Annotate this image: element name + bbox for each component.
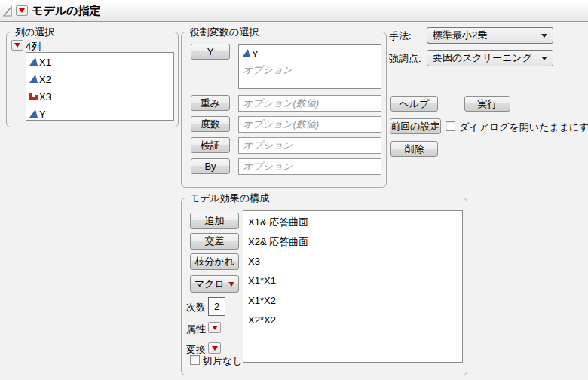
fit-model-dialog: { "window": { "title": "モデルの指定" }, "colu… — [0, 0, 588, 380]
red-triangle-icon — [14, 43, 20, 48]
keep-dialog-open-label: ダイアログを開いたままにする — [459, 121, 588, 134]
effect-item[interactable]: X1& 応答曲面 — [243, 213, 462, 232]
freq-role-field[interactable]: オプション(数値) — [238, 116, 381, 133]
y-role-placeholder: オプション — [239, 62, 381, 78]
chevron-down-icon — [541, 57, 547, 60]
column-name: X3 — [39, 91, 51, 103]
red-triangle-menu-button[interactable] — [16, 5, 28, 16]
assigned-column-name: Y — [252, 48, 259, 60]
continuous-column-icon — [29, 57, 38, 69]
effect-item[interactable]: X1*X1 — [243, 271, 462, 291]
continuous-column-icon — [29, 109, 38, 121]
y-role-button[interactable]: Y — [191, 44, 230, 60]
keep-dialog-open-checkbox[interactable] — [446, 121, 455, 131]
validation-role-field[interactable]: オプション — [238, 137, 381, 154]
role-variables-group: 役割変数の選択 Y Y オプション 重み オプション(数値) 度数 オプション(… — [181, 32, 387, 188]
nominal-column-icon — [29, 91, 38, 103]
freq-role-button[interactable]: 度数 — [191, 116, 230, 132]
columns-red-triangle-button[interactable] — [11, 40, 23, 51]
column-name: Y — [39, 109, 46, 120]
nest-effect-button[interactable]: 枝分かれ — [190, 253, 239, 270]
list-item[interactable]: X3 — [26, 88, 173, 106]
list-item[interactable]: Y — [26, 106, 173, 121]
recall-button[interactable]: 前回の設定 — [390, 118, 441, 134]
disclosure-triangle-icon[interactable] — [2, 2, 14, 20]
help-button[interactable]: ヘルプ — [390, 96, 438, 112]
no-intercept-label: 切片なし — [203, 354, 243, 368]
emphasis-value: 要因のスクリーニング — [433, 51, 532, 65]
continuous-column-icon — [29, 74, 38, 86]
emphasis-dropdown[interactable]: 要因のスクリーニング — [427, 50, 553, 66]
column-selection-group: 列の選択 4列 X1 X2 X3 Y — [6, 32, 179, 127]
degree-label: 次数 — [186, 301, 206, 314]
macros-dropdown-button[interactable]: マクロ — [190, 275, 239, 293]
red-triangle-icon — [212, 326, 218, 330]
effect-item[interactable]: X2*X2 — [243, 311, 462, 330]
column-name: X1 — [39, 57, 51, 68]
effect-item[interactable]: X3 — [243, 252, 462, 271]
run-button[interactable]: 実行 — [464, 96, 510, 112]
list-item[interactable]: X2 — [26, 71, 173, 88]
by-role-button[interactable]: By — [191, 158, 230, 174]
personality-dropdown[interactable]: 標準最小2乗 — [427, 27, 553, 44]
outline-title-bar: モデルの指定 — [0, 0, 588, 22]
attributes-label: 属性 — [186, 323, 206, 336]
y-assigned-item[interactable]: Y — [239, 46, 381, 62]
chevron-down-icon — [228, 282, 234, 287]
effect-item[interactable]: X2& 応答曲面 — [243, 232, 462, 252]
attributes-red-triangle-button[interactable] — [208, 322, 221, 333]
weight-role-button[interactable]: 重み — [191, 95, 230, 111]
list-item[interactable]: X1 — [26, 54, 173, 71]
add-effect-button[interactable]: 追加 — [190, 213, 239, 229]
model-effects-group-label: モデル効果の構成 — [187, 192, 272, 205]
cross-effect-button[interactable]: 交差 — [190, 233, 239, 250]
continuous-column-icon — [241, 48, 251, 60]
validation-role-button[interactable]: 検証 — [191, 137, 230, 153]
chevron-down-icon — [541, 34, 547, 38]
column-selection-group-label: 列の選択 — [12, 26, 57, 39]
personality-value: 標準最小2乗 — [433, 29, 487, 42]
validation-placeholder: オプション — [243, 139, 293, 152]
by-placeholder: オプション — [243, 160, 293, 173]
macros-button-label: マクロ — [194, 277, 225, 291]
page-title: モデルの指定 — [32, 4, 100, 18]
remove-button[interactable]: 削除 — [390, 141, 438, 157]
no-intercept-checkbox[interactable] — [190, 355, 200, 365]
y-role-listbox[interactable]: Y オプション — [238, 44, 381, 89]
weight-role-field[interactable]: オプション(数値) — [238, 95, 381, 112]
transform-red-triangle-button[interactable] — [208, 342, 221, 354]
by-role-field[interactable]: オプション — [238, 158, 381, 175]
weight-placeholder: オプション(数値) — [243, 97, 319, 110]
columns-listbox[interactable]: X1 X2 X3 Y — [26, 52, 174, 121]
personality-label: 手法: — [389, 29, 412, 43]
freq-placeholder: オプション(数値) — [243, 118, 319, 131]
emphasis-label: 強調点: — [389, 52, 421, 66]
red-triangle-icon — [19, 8, 25, 13]
red-triangle-icon — [212, 346, 218, 351]
effect-item[interactable]: X1*X2 — [243, 291, 462, 311]
role-variables-group-label: 役割変数の選択 — [187, 26, 262, 39]
model-effects-listbox[interactable]: X1& 応答曲面 X2& 応答曲面 X3 X1*X1 X1*X2 X2*X2 — [243, 210, 463, 363]
degree-input[interactable]: 2 — [208, 297, 225, 316]
model-effects-group: モデル効果の構成 追加 交差 枝分かれ マクロ 次数 2 属性 変換 切片なし … — [181, 198, 467, 375]
column-name: X2 — [39, 74, 51, 85]
